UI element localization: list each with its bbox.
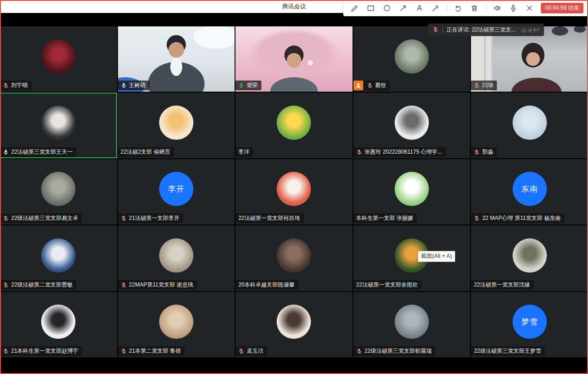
end-annotation-button[interactable]: 00:04:59 结束: [541, 3, 583, 13]
participant-tile[interactable]: 郭淼: [471, 93, 588, 158]
participant-tile[interactable]: 21本科生第一党支部赵博宇: [0, 292, 117, 357]
photo-avatar: [159, 106, 193, 140]
participant-namebar: 22法硕第一党支部何昌琦: [235, 213, 303, 223]
photo-avatar: [513, 106, 547, 140]
photo-avatar: [277, 106, 311, 140]
participant-name: 李洋: [238, 149, 249, 156]
participant-name: 本科生第一支部 张丽媛: [356, 215, 413, 222]
participant-namebar: 22 MAP心理 第11党支部 杨东南: [471, 213, 564, 223]
participant-tile[interactable]: 22MAP第11党支部 谢忠珧: [118, 225, 235, 291]
chevron-left-icon: ◀: [527, 26, 532, 33]
photo-avatar: [41, 106, 75, 140]
arrow-tool-icon[interactable]: [398, 3, 409, 13]
participant-name: 22法硕第一党支部何昌琦: [238, 215, 300, 222]
participant-tile[interactable]: 李洋: [235, 93, 353, 158]
mic-muted-icon: [3, 348, 9, 354]
participant-tile[interactable]: 李开21法硕第一支部李开: [118, 159, 235, 224]
participant-name-pill: 刘宇晴: [0, 81, 31, 90]
participant-namebar: 22法硕第三党支部王天一: [0, 147, 76, 157]
participant-namebar: 20本科卓越支部陈灏馨: [235, 280, 298, 290]
participant-namebar: 21本第二党支部 鲁措: [118, 346, 185, 356]
participant-tile[interactable]: 22法硕第一党支部何昌琦: [235, 159, 353, 224]
participant-video-tile[interactable]: 柴荣: [235, 26, 353, 92]
participant-tile[interactable]: 张惠玲 202228061175 心理学...: [353, 93, 470, 158]
participant-video-tile[interactable]: 王树萌: [118, 26, 235, 92]
participant-tile[interactable]: 本科生第一支部 张丽媛: [353, 159, 470, 224]
participant-name-pill: 21本科生第一党支部赵博宇: [0, 346, 82, 356]
participant-tile[interactable]: 22级法硕第三党支部易文卓: [0, 159, 117, 224]
banner-mic-muted-icon: [433, 26, 439, 34]
participant-name-pill: 本科生第一支部 张丽媛: [353, 213, 417, 223]
participant-name-pill: 22 MAP心理 第11党支部 杨东南: [471, 213, 564, 223]
participant-name-pill: 22法硕第三党支部王天一: [0, 147, 76, 157]
participant-tile[interactable]: 刘宇晴: [0, 26, 117, 92]
participant-tile[interactable]: 22法硕2支部 侯晓言: [118, 93, 235, 158]
close-icon[interactable]: [525, 3, 535, 13]
participant-tile[interactable]: 22级法硕第三党支部郁晨瑞: [353, 292, 470, 357]
participant-name: 刘宇晴: [11, 82, 28, 89]
participant-tile[interactable]: 蔡纹: [353, 26, 470, 92]
photo-avatar: [41, 172, 75, 206]
participant-name: 22法硕2支部 侯晓言: [121, 149, 170, 156]
participant-tile[interactable]: 22法硕第三党支部王天一: [0, 93, 117, 158]
participant-name-pill: 22级法硕第三党支部易文卓: [0, 213, 82, 223]
participant-video-tile[interactable]: 闫琰: [471, 26, 588, 92]
participant-tile[interactable]: 梦雪22级法硕第三党支部王梦雪: [471, 292, 588, 357]
participant-name-pill: 22法硕第一党支部何昌琦: [235, 213, 303, 223]
participant-tile[interactable]: 21本第二党支部 鲁措: [118, 292, 235, 357]
mic-muted-icon: [433, 26, 439, 32]
participant-tile[interactable]: 22级法硕第二党支部曹敏: [0, 225, 117, 291]
photo-avatar: [159, 305, 193, 339]
banner-divider: [442, 27, 443, 33]
host-person-badge-icon: [353, 81, 363, 90]
participant-name-pill: 22级法硕第三党支部郁晨瑞: [353, 346, 435, 356]
undo-icon[interactable]: [453, 3, 464, 13]
participant-name-pill: 孟玉洁: [235, 346, 267, 356]
participant-namebar: 22级法硕第二党支部曹敏: [0, 280, 76, 290]
participant-namebar: 22级法硕第三党支部易文卓: [0, 213, 82, 223]
participant-name-pill: 王树萌: [118, 81, 149, 90]
participant-name: 22级法硕第二党支部曹敏: [11, 281, 73, 288]
participant-name: 22 MAP心理 第11党支部 杨东南: [482, 215, 561, 222]
photo-avatar: [159, 238, 193, 273]
participant-name: 孟玉洁: [247, 348, 263, 355]
laser-wand-tool-icon[interactable]: [431, 3, 441, 13]
rectangle-tool-icon[interactable]: [366, 3, 376, 13]
reply-arrow-icon: ↩: [533, 26, 539, 34]
participant-namebar: 王树萌: [118, 81, 149, 90]
trash-icon[interactable]: [470, 3, 480, 13]
participant-name-pill: 柴荣: [235, 81, 261, 90]
participant-tile[interactable]: 22法硕第一党支部沈缘: [471, 225, 588, 291]
participant-name-pill: 李洋: [235, 147, 253, 157]
mic-muted-icon: [356, 149, 362, 155]
mic-muted-icon: [3, 215, 9, 221]
participant-name: 22级法硕第三党支部王梦雪: [474, 348, 541, 355]
participant-namebar: 蔡纹: [353, 81, 390, 90]
microphone-icon[interactable]: [508, 3, 519, 13]
participant-tile[interactable]: 孟玉洁: [235, 292, 353, 357]
participant-namebar: 李洋: [235, 147, 253, 157]
participant-name: 22法硕第三党支部王天一: [11, 149, 73, 156]
text-tool-icon[interactable]: A: [415, 3, 425, 13]
participant-name-pill: 郭淼: [471, 147, 497, 157]
speaking-banner-text: 正在讲话: 22法硕第三党支...: [446, 26, 516, 34]
participant-name: 22级法硕第三党支部郁晨瑞: [365, 348, 432, 355]
mic-icon: [3, 149, 9, 155]
photo-avatar: [277, 172, 311, 206]
ellipse-tool-icon[interactable]: [382, 3, 392, 13]
participant-namebar: 22级法硕第三党支部王梦雪: [471, 346, 545, 356]
participant-name-pill: 22级法硕第三党支部王梦雪: [471, 346, 545, 356]
photo-avatar: [41, 39, 75, 74]
mic-muted-icon: [474, 149, 480, 155]
participant-name-pill: 21本第二党支部 鲁措: [118, 346, 185, 356]
participant-tile[interactable]: 东南22 MAP心理 第11党支部 杨东南: [471, 159, 588, 224]
pen-tool-icon[interactable]: [350, 3, 360, 13]
participant-name: 20本科卓越支部陈灏馨: [238, 281, 294, 288]
participant-namebar: 孟玉洁: [235, 346, 267, 356]
speaker-icon[interactable]: [492, 3, 502, 13]
participant-tile[interactable]: 20本科卓越支部陈灏馨: [235, 225, 353, 291]
mic-muted-icon: [121, 215, 127, 221]
participant-namebar: 21本科生第一党支部赵博宇: [0, 346, 82, 356]
window-title: 腾讯会议: [282, 2, 306, 11]
mic-muted-icon: [121, 282, 127, 288]
